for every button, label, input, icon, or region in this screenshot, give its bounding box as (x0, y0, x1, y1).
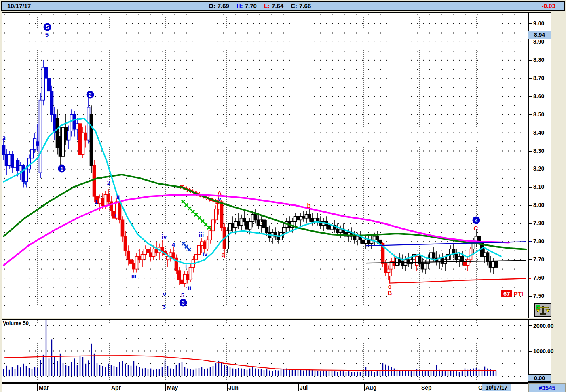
price-tick-label: 8.90 (533, 38, 544, 45)
close-label: C: (291, 2, 297, 9)
svg-text:b: b (307, 202, 310, 209)
svg-text:C: C (474, 225, 478, 232)
svg-text:A: A (218, 190, 222, 196)
price-tick-label: 7.70 (533, 256, 544, 263)
price-pane[interactable]: 34551212iiiiiiivv3453iiiiiiivvAa5bcBC4 (2, 12, 528, 318)
price-tick-label: 8.10 (533, 183, 544, 190)
chart-number-badge: #3545 (528, 383, 566, 392)
svg-text:4: 4 (172, 241, 175, 248)
quote-date: 10/17/17 (2, 2, 31, 9)
scales-icon-glyph (535, 304, 551, 316)
volume-chart[interactable] (2, 320, 528, 382)
high-value: 7.70 (245, 2, 257, 9)
month-tick (110, 384, 110, 391)
price-tick-label: 7.90 (533, 220, 544, 226)
pti-indicator: 67 PTI (501, 290, 523, 297)
price-tick-label: 8.20 (533, 165, 544, 172)
volume-tick (529, 325, 532, 326)
volume-tick-label: 1000.00 (533, 348, 554, 354)
svg-text:5: 5 (45, 31, 49, 38)
svg-text:4: 4 (23, 179, 27, 186)
svg-text:i: i (185, 263, 187, 270)
price-tick-label: 7.60 (533, 274, 544, 281)
svg-text:a: a (222, 251, 225, 258)
month-label: Apr (111, 384, 121, 391)
month-tick (227, 384, 228, 391)
colored-level-tick (529, 278, 531, 279)
svg-text:3: 3 (163, 303, 166, 310)
price-tick (529, 114, 532, 115)
svg-text:ii: ii (116, 194, 120, 200)
price-tick (529, 259, 532, 260)
high-label: H: (237, 2, 243, 9)
price-tick-label: 7.50 (533, 293, 544, 299)
volume-pane[interactable] (2, 319, 528, 383)
current-date-highlight: 10/17/17 (482, 384, 511, 391)
price-tick-label: 8.30 (533, 148, 544, 154)
price-chart[interactable]: 34551212iiiiiiivv3453iiiiiiivvAa5bcBC4 (2, 13, 528, 318)
svg-text:ii: ii (188, 285, 191, 291)
price-tick (529, 151, 532, 152)
open-label: O: (209, 2, 215, 9)
month-tick (420, 384, 420, 391)
svg-text:iii: iii (131, 272, 137, 279)
month-label: Sep (421, 384, 432, 391)
svg-text:c: c (388, 283, 391, 290)
month-label: Mar (39, 384, 49, 391)
volume-tick-label: 2000.00 (533, 322, 554, 329)
svg-text:2: 2 (107, 179, 110, 186)
price-tick (529, 169, 532, 169)
pti-value: 67 (501, 290, 512, 297)
price-tick-label: 8.70 (533, 75, 544, 81)
month-label: Jul (300, 384, 308, 391)
volume-zero-highlight: 0.00 (528, 374, 551, 382)
price-tick-label: 8.00 (533, 202, 544, 208)
month-label: May (167, 384, 178, 391)
price-tick (529, 23, 532, 24)
price-tick (529, 133, 532, 133)
low-value: 7.64 (272, 2, 283, 9)
svg-text:2: 2 (89, 92, 92, 98)
svg-text:4: 4 (475, 218, 478, 223)
colored-level-tick (529, 241, 531, 242)
svg-text:B: B (388, 289, 392, 296)
change-value: -0.03 (542, 2, 564, 9)
price-tick (529, 42, 532, 42)
pti-label: PTI (514, 290, 523, 297)
price-tick-label: 8.50 (533, 111, 544, 118)
svg-text:i: i (115, 211, 116, 218)
ohlc-readout: O:7.69 H:7.70 L:7.64 C:7.66 (209, 2, 311, 9)
svg-text:5: 5 (261, 218, 264, 225)
price-tick-label: 9.00 (533, 20, 544, 27)
month-label: Aug (365, 384, 376, 391)
price-tick-label: 8.80 (533, 57, 544, 63)
volume-grid (4, 320, 521, 381)
svg-text:v: v (163, 291, 167, 297)
month-tick (37, 384, 38, 391)
charting-app-window: 10/17/17 O:7.69 H:7.70 L:7.64 C:7.66 -0.… (0, 0, 566, 392)
volume-tick (529, 351, 532, 352)
svg-text:5: 5 (181, 292, 184, 299)
volume-axis: 0.00 2000.001000.00 (528, 319, 551, 383)
price-tick (529, 60, 532, 61)
price-tick (529, 78, 532, 79)
price-tick (529, 96, 532, 97)
date-axis: 10/17/17 MarAprMayJunJulAugSepO (2, 383, 528, 392)
month-tick (364, 384, 365, 391)
scales-icon[interactable] (534, 303, 551, 317)
price-axis: 8.94 9.008.908.808.708.608.508.408.308.2… (528, 12, 551, 318)
price-highlight: 8.94 (528, 31, 551, 39)
volume-bars (3, 320, 496, 376)
volume-title: Volume 50 (3, 320, 29, 326)
month-label: Jun (228, 384, 239, 391)
price-tick-label: 8.40 (533, 129, 544, 136)
month-tick (298, 384, 299, 391)
price-tick (529, 223, 532, 224)
svg-text:1: 1 (61, 166, 63, 172)
price-tick-label: 7.80 (533, 238, 544, 244)
svg-text:1: 1 (95, 198, 98, 205)
svg-text:iii: iii (199, 231, 204, 238)
price-tick (529, 296, 532, 297)
month-tick (477, 384, 477, 391)
close-value: 7.66 (299, 2, 311, 9)
